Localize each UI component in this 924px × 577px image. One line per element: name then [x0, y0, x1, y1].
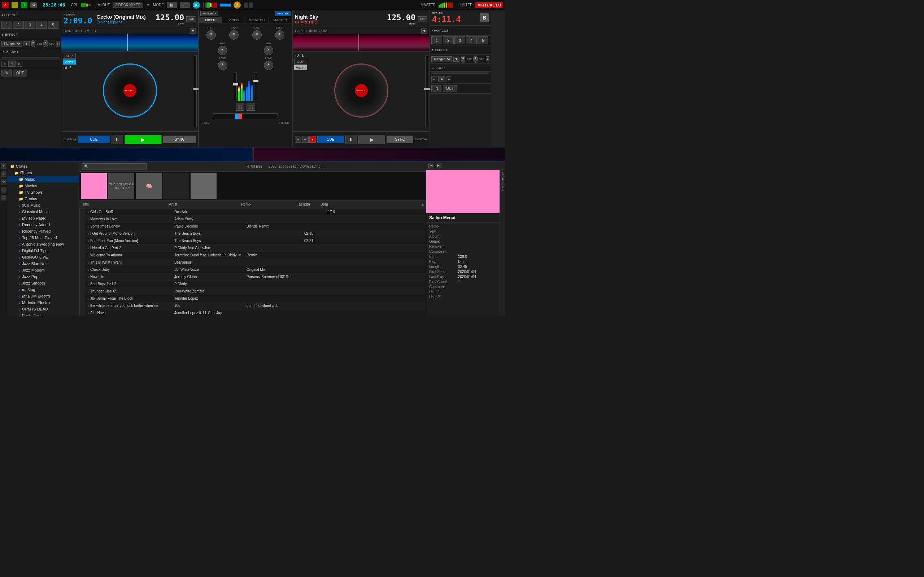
sidebar-item-opm[interactable]: ♪ OPM IS DEAD	[7, 306, 79, 312]
deck-b-effect-add[interactable]: +	[486, 56, 489, 62]
deck-b-effect-expand[interactable]: ▼	[453, 56, 459, 62]
table-row[interactable]: ♪I Need a Girl Part 2 P Diddy feat Ginuw…	[85, 245, 426, 252]
deck-a-gain-expand[interactable]: ▼	[190, 29, 196, 34]
table-row[interactable]: ♪Jlo- Jenny From The Block Jennifer Lope…	[85, 295, 426, 302]
close-button[interactable]: ×	[2, 2, 9, 8]
mixer-high-knob-r[interactable]	[275, 30, 284, 40]
deck-b-cue-small[interactable]: ●	[309, 136, 316, 143]
deck-b-hc-2[interactable]: 2	[443, 36, 454, 44]
sidebar-item-movies[interactable]: 📁 Movies	[7, 182, 79, 189]
minimize-button[interactable]: –	[11, 2, 18, 8]
mixer-tab-video[interactable]: VIDEO	[222, 17, 246, 23]
sidebar-item-jazzblue[interactable]: ♪ Jazz Blue Note	[7, 260, 79, 267]
sidebar-icon-arrow[interactable]: ←	[1, 187, 6, 193]
deck-a-loop-next[interactable]: ►	[16, 61, 23, 67]
table-row[interactable]: ♪Bad Boyz for Life P Diddy	[85, 280, 426, 288]
sidebar-item-classical[interactable]: ♪ Classical Music	[7, 208, 79, 215]
mixer-mid-knob-l[interactable]	[218, 46, 228, 55]
deck-b-gain-expand[interactable]: ▼	[421, 29, 427, 34]
mixer-tab-mixer[interactable]: MIXER	[199, 17, 222, 23]
mixer-fader-l[interactable]	[234, 72, 237, 101]
sidebar-item-digitaldj[interactable]: ♪ Digital DJ Tips	[7, 247, 79, 254]
table-row[interactable]: ♪Thunder Kiss '65 Rob White Zombie	[85, 288, 426, 295]
deck-b-hc-1[interactable]: 1	[431, 36, 442, 44]
sidebar-item-jazzsmooth[interactable]: ♪ Jazz Smooth	[7, 280, 79, 286]
sidebar-item-punta[interactable]: ♪ Punta Fuego	[7, 312, 79, 316]
table-row[interactable]: ♪New Life Jeremy Glenn Perseus 'Summer o…	[85, 273, 426, 280]
info-nav-left[interactable]: ◄	[428, 163, 434, 168]
table-row[interactable]: ♪Girls Get Stuff Des Ark 117.0	[85, 208, 426, 216]
mixer-fader-r[interactable]	[254, 72, 257, 101]
deck-a-tap-btn[interactable]: TAP	[186, 16, 196, 22]
table-row[interactable]: ♪Check Baby 35. WhiteNoize Original Mix	[85, 266, 426, 273]
mode-btn1[interactable]: ▤	[167, 2, 177, 8]
deck-a-slip-btn[interactable]: SLIP	[63, 53, 76, 59]
sidebar-item-recentlyadded[interactable]: ♪ Recently Added	[7, 221, 79, 228]
deck-b-disc[interactable]: VIRTUAL DJ	[334, 63, 388, 118]
sidebar-item-toprated[interactable]: ♪ My Top Rated	[7, 215, 79, 221]
deck-a-cue-btn[interactable]: CUE	[78, 135, 110, 143]
deck-b-hc-4[interactable]: 4	[466, 36, 477, 44]
deck-a-pitch-slider[interactable]	[194, 55, 197, 127]
deck-a-disc[interactable]: VIRTUAL DJ	[103, 63, 157, 118]
deck-b-plus[interactable]: +	[302, 136, 309, 143]
sidebar-item-antonios[interactable]: ♪ Antonio's Wedding New	[7, 241, 79, 247]
album-art-3[interactable]: 🧠	[136, 173, 162, 199]
deck-b-in-btn[interactable]: IN	[431, 85, 441, 92]
deck-b-out-btn[interactable]: OUT	[443, 85, 457, 92]
deck-a-effect-select[interactable]: Flanger	[2, 41, 22, 47]
mixer-gain-knob-l[interactable]	[207, 30, 216, 40]
deck-a-effect-add[interactable]: +	[56, 41, 60, 47]
album-art-5[interactable]	[191, 173, 216, 199]
table-row[interactable]: ♪Fun, Fun, Fun [Mono Version] The Beach …	[85, 237, 426, 245]
deck-b-pause-btn[interactable]: ⏸	[346, 135, 357, 144]
sidebar-item-tvshows[interactable]: 📁 TV Shows	[7, 189, 79, 195]
deck-a-hc-3[interactable]: 3	[24, 21, 36, 29]
table-row[interactable]: ♪All I Have Jennifer Lopez ft. LL Cool J…	[85, 309, 426, 316]
album-art-1[interactable]	[81, 173, 107, 199]
settings-button[interactable]: ⚙	[30, 2, 37, 8]
deck-b-tap-btn[interactable]: TAP	[418, 16, 427, 22]
mixer-tab-scratch[interactable]: SCRATCH	[246, 17, 269, 23]
deck-a-hc-4[interactable]: 4	[36, 21, 47, 29]
info-nav-right[interactable]: ►	[436, 163, 441, 168]
deck-a-out-btn[interactable]: OUT	[13, 69, 27, 76]
sidebar-item-music[interactable]: 📁 Music	[7, 176, 79, 182]
sidebar-item-mp3tag[interactable]: ♪ mp3tag	[7, 286, 79, 293]
table-row[interactable]: ♪I Get Around [Mono Version] The Beach B…	[85, 230, 426, 237]
mixer-headphone-l[interactable]: 🎧	[236, 103, 244, 111]
deck-b-loop-prev[interactable]: ◄	[431, 76, 437, 82]
mixer-master-btn[interactable]: MASTER	[275, 11, 291, 16]
mixer-low-knob-r[interactable]	[264, 61, 273, 70]
sidebar-item-gringo[interactable]: ♪ GRINGO LIVE	[7, 254, 79, 260]
deck-b-sync-btn[interactable]: SYNC	[386, 135, 413, 143]
sidebar-item-90s[interactable]: ♪ 90's Music	[7, 202, 79, 208]
sidebar-item-jazzmodern[interactable]: ♪ Jazz Modern	[7, 267, 79, 273]
mixer-low-knob-l[interactable]	[218, 61, 228, 70]
deck-b-hc-3[interactable]: 3	[454, 36, 465, 44]
deck-b-loop-next[interactable]: ►	[446, 76, 452, 82]
deck-b-minus[interactable]: −	[295, 136, 301, 143]
deck-a-vinyl-btn[interactable]: VINYL	[63, 60, 76, 64]
table-row[interactable]: ♪Welcome To Atlanta Jermaine Dupri feat.…	[85, 252, 426, 259]
deck-b-play-btn[interactable]: ▶	[359, 135, 385, 144]
mixer-mid-knob-r[interactable]	[264, 46, 273, 55]
table-row[interactable]: ♪Moments in Love Adam Story	[85, 216, 426, 223]
deck-b-vinyl-btn[interactable]: VINYL	[294, 65, 307, 70]
sidebar-item-itunes[interactable]: 📁 iTunes	[7, 169, 79, 176]
sidebar-icon-star[interactable]: ★	[1, 163, 6, 169]
deck-b-pitch-slider[interactable]	[425, 55, 428, 127]
table-expand-btn[interactable]: ▲	[421, 202, 425, 206]
mixer-sandbox-btn[interactable]: SANDBOX	[200, 11, 218, 16]
sidebar-item-crates[interactable]: 📁 Crates	[7, 163, 79, 169]
sidebar-item-genius[interactable]: 📁 Genius	[7, 195, 79, 202]
sidebar-icon-a[interactable]: A	[1, 195, 6, 200]
layout-button[interactable]: 2 DECK MIXER	[113, 2, 143, 8]
table-row[interactable]: ♪Sometimes Lonely Pablo Decoder Blende R…	[85, 223, 426, 230]
sidebar-item-mrindie[interactable]: ♪ Mr Indie Electro	[7, 299, 79, 306]
table-row[interactable]: ♪the white tie affair-you look better wh…	[85, 302, 426, 309]
mixer-crossfader[interactable]	[213, 113, 278, 119]
sidebar-icon-filter[interactable]: ⚙	[1, 179, 6, 185]
deck-a-hc-2[interactable]: 2	[13, 21, 24, 29]
sidebar-item-jazzpop[interactable]: ♪ Jazz Pop	[7, 273, 79, 280]
